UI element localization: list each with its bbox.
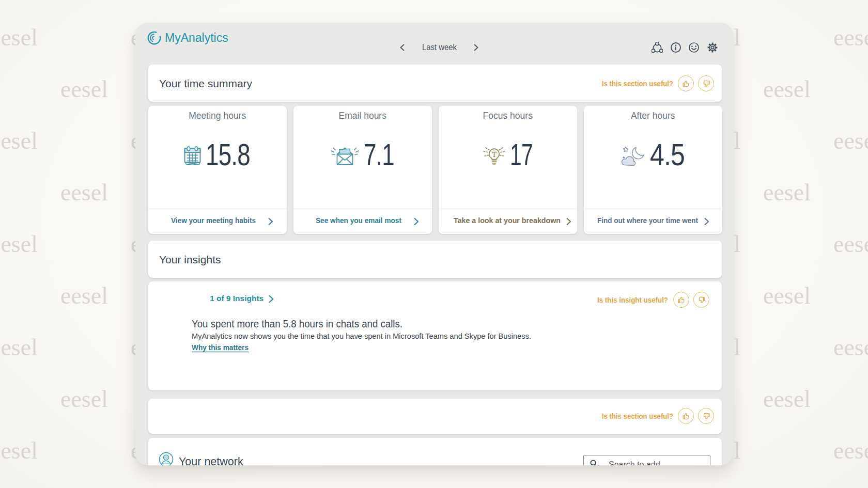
svg-text:Last week: Last week [422, 43, 457, 52]
svg-text:See when you email most: See when you email most [316, 216, 401, 225]
svg-text:Find out where your time went: Find out where your time went [597, 216, 698, 225]
svg-text:15.8: 15.8 [206, 141, 250, 170]
svg-text:Take a look at your breakdown: Take a look at your breakdown [454, 216, 561, 225]
svg-text:Is this section useful?: Is this section useful? [602, 79, 673, 88]
svg-text:View your meeting habits: View your meeting habits [171, 216, 256, 225]
svg-text:You spent more than 5.8 hours: You spent more than 5.8 hours in chats a… [192, 319, 402, 329]
svg-text:MyAnalytics now shows you the: MyAnalytics now shows you the time that … [192, 332, 531, 340]
svg-text:7.1: 7.1 [364, 141, 394, 170]
svg-text:Is this section useful?: Is this section useful? [602, 412, 673, 420]
svg-text:4.5: 4.5 [650, 141, 685, 170]
svg-text:Why this matters: Why this matters [192, 343, 249, 352]
svg-text:Is this insight useful?: Is this insight useful? [597, 295, 668, 304]
svg-text:17: 17 [510, 141, 533, 170]
